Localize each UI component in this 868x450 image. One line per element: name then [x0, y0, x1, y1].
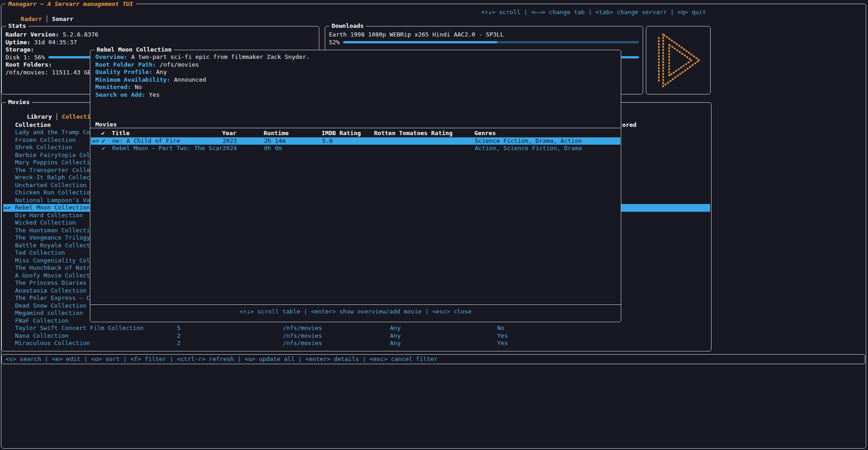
tab-sonarr[interactable]: Sonarr: [52, 16, 73, 22]
collection-cell: Any: [390, 340, 400, 347]
header-collection: Collection: [15, 121, 51, 128]
download-title: Earth 1998 1080p WEBRip x265 Hindi AAC2.…: [329, 31, 504, 39]
tab-library[interactable]: Library: [27, 113, 52, 120]
collection-name: The Princess Diaries: [15, 279, 87, 287]
movie-year: 2023: [223, 137, 237, 145]
movie-genres: Science Fiction, Drama, Action: [475, 137, 582, 145]
managarr-app: Managarr — A Servarr management TUI Rada…: [0, 0, 868, 450]
collection-cell: /nfs/movies: [283, 340, 322, 347]
top-keybindings: <↑↓> scroll | <←→> change tab | <tab> ch…: [481, 9, 706, 16]
collection-name: The Polar Express – C: [15, 294, 90, 302]
collection-name: The Vengeance Trilogy: [15, 234, 90, 242]
tab-radarr[interactable]: Radarr: [21, 16, 42, 22]
collection-name: Ted Collection: [15, 249, 65, 257]
collection-name: Megamind collection: [15, 309, 83, 317]
modal-field-monitored: Monitored:No: [95, 84, 142, 91]
modal-table-top-rule: [90, 128, 621, 128]
root-folder-size: /nfs/movies: 11511.43 GB: [5, 69, 91, 77]
modal-field-min-availability: Minimum Availability:Announced: [95, 76, 206, 84]
collection-row[interactable]: Taylor Swift Concert Film Collection5/nf…: [3, 324, 710, 332]
collection-cell: Yes: [497, 340, 508, 347]
selection-arrow: =>: [92, 137, 99, 145]
collection-name: The Transporter Colle: [15, 167, 90, 174]
collection-cell: /nfs/movies: [283, 332, 322, 340]
collection-cell: 2: [177, 340, 181, 347]
collection-name: National Lampoon's Va: [15, 197, 90, 204]
collection-cell: Any: [390, 332, 400, 340]
collection-name: Mary Poppins Collecti: [15, 159, 90, 167]
movie-check: ✔: [102, 145, 105, 152]
collection-cell: /nfs/movies: [283, 324, 322, 332]
collection-name: Barbie Fairytopia Col: [15, 152, 90, 159]
movie-imdb: 5.6: [322, 137, 333, 145]
header-check: ✔: [101, 130, 105, 136]
modal-keybindings: <↑↓> scroll table | <enter> show overvie…: [90, 308, 621, 315]
collection-name: Die Hard Collection: [15, 212, 83, 220]
stats-panel-title: Stats: [6, 22, 28, 29]
header-rotten-tomatoes: Rotten Tomatoes Rating: [374, 130, 452, 136]
collection-name: Nana Collection: [15, 332, 68, 340]
download-gauge: 52%: [329, 39, 639, 47]
radarr-version: Radarr Version:5.2.6.8376: [5, 31, 99, 39]
modal-movies-section-title: Movies: [95, 121, 117, 128]
collection-cell: No: [497, 324, 504, 332]
collection-name: Battle Royale Collect: [15, 242, 90, 250]
root-folders-label: Root Folders:: [5, 61, 52, 69]
movie-runtime: 2h 14m: [264, 137, 286, 145]
modal-field-root-folder: Root Folder Path:/nfs/movies: [95, 61, 199, 69]
collection-name: Frozen Collection: [15, 136, 76, 144]
collection-name: Lady and the Tramp Co: [15, 129, 90, 136]
movie-row[interactable]: ✔Rebel Moon – Part Two: The Scar20240h 0…: [91, 145, 620, 152]
movie-check: ✔: [102, 137, 105, 145]
downloads-panel-title: Downloads: [329, 22, 366, 29]
header-year: Year: [222, 130, 236, 136]
collection-cell: Any: [390, 324, 400, 332]
collection-row[interactable]: Miraculous Collection2/nfs/moviesAnyYes: [3, 340, 710, 347]
collection-name: Miraculous Collection: [15, 340, 90, 347]
collection-details-modal: Rebel Moon Collection Overview:A two-par…: [90, 50, 621, 322]
bottom-keybindings-bar: <s> search | <e> edit | <o> sort | <f> f…: [1, 354, 865, 364]
movie-title: ne: A Child of Fire: [112, 137, 180, 145]
header-genres: Genres: [474, 130, 496, 136]
modal-field-overview: Overview:A two-part sci-fi epic from fil…: [95, 53, 310, 61]
bottom-keybindings: <s> search | <e> edit | <o> sort | <f> f…: [2, 355, 865, 363]
logo-panel: [646, 26, 711, 94]
uptime: Uptime:31d 04:35:37: [5, 39, 77, 47]
collection-name: FNaF Collection: [15, 317, 68, 325]
storage-label: Storage:: [5, 46, 34, 54]
movie-genres: Action, Science Fiction, Drama: [475, 145, 582, 152]
movies-tab-separator: │: [52, 113, 62, 120]
header-imdb-rating: IMDB Rating: [322, 130, 361, 136]
modal-table-bottom-rule: [90, 304, 621, 305]
app-title: Managarr — A Servarr management TUI: [5, 0, 136, 7]
collection-name: Wicked Collection: [15, 219, 76, 227]
collection-cell: Yes: [497, 332, 508, 340]
movie-row-selected[interactable]: =>✔ne: A Child of Fire20232h 14m5.6Scien…: [91, 137, 620, 145]
header-title: Title: [112, 130, 130, 136]
movie-title: Rebel Moon – Part Two: The Scar: [112, 145, 223, 152]
collection-row[interactable]: Nana Collection2/nfs/moviesAnyYes: [3, 332, 710, 340]
collection-name: The Huntsman Collecti: [15, 227, 90, 235]
modal-field-search-on-add: Search on Add:Yes: [95, 91, 160, 99]
collection-name: Wreck-It Ralph Collec: [15, 174, 90, 182]
modal-movies-table-header: ✔ Title Year Runtime IMDB Rating Rotten …: [90, 130, 621, 137]
collection-name: Rebel Moon Collection: [15, 204, 90, 212]
managarr-logo-icon: [650, 28, 707, 92]
header-runtime: Runtime: [264, 130, 289, 136]
download-gauge-track: [343, 41, 639, 43]
modal-field-quality-profile: Quality Profile:Any: [95, 68, 167, 76]
collection-name: Chicken Run Collectio: [15, 189, 90, 197]
collection-name: Dead Snow Collection: [15, 302, 87, 310]
collection-name: Shrek Collection: [15, 144, 72, 152]
collection-cell: 5: [177, 324, 181, 332]
modal-title: Rebel Moon Collection: [94, 46, 174, 53]
selection-arrow: =>: [4, 204, 11, 212]
collection-name: Miss Congeniality Col: [15, 257, 90, 265]
movie-runtime: 0h 0m: [264, 145, 282, 152]
movies-panel-title: Movies: [6, 99, 32, 105]
collection-name: Uncharted Collection: [15, 182, 87, 189]
collection-name: Taylor Swift Concert Film Collection: [15, 324, 144, 332]
collection-name: Anastasia Collection: [15, 287, 87, 295]
collection-name: The Hunchback of Notr: [15, 264, 90, 272]
tab-separator: │: [42, 16, 52, 22]
